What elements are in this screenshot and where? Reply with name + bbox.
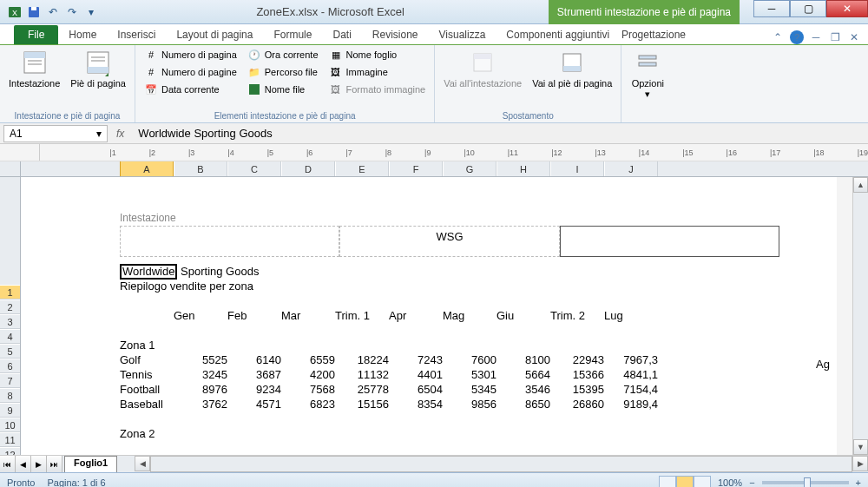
tab-file[interactable]: File xyxy=(14,25,58,44)
format-image-icon: 🖼 xyxy=(329,82,343,96)
scroll-left-button[interactable]: ◀ xyxy=(135,456,150,471)
calendar-icon: 📅 xyxy=(144,82,158,96)
header-right-box[interactable] xyxy=(560,226,779,257)
namebox-dropdown-icon[interactable]: ▾ xyxy=(96,128,102,140)
row-head-8[interactable]: 8 xyxy=(0,388,20,403)
svg-rect-17 xyxy=(639,56,656,59)
horizontal-scrollbar[interactable]: ◀ ▶ xyxy=(135,456,868,472)
col-head-D[interactable]: D xyxy=(281,161,335,176)
goto-footer-button[interactable]: Vai al piè di pagina xyxy=(529,47,615,109)
fx-icon[interactable]: fx xyxy=(108,128,133,140)
row-head-6[interactable]: 6 xyxy=(0,359,20,373)
scroll-down-button[interactable]: ▼ xyxy=(853,439,868,455)
svg-rect-12 xyxy=(249,84,260,95)
close-button[interactable]: ✕ xyxy=(826,0,868,17)
row-head-9[interactable]: 9 xyxy=(0,403,20,418)
name-box[interactable]: A1▾ xyxy=(3,125,108,142)
group-label-elements: Elementi intestazione e piè di pagina xyxy=(141,109,429,122)
page-canvas[interactable]: Intestazione WSG Worldwide Sporting Good… xyxy=(21,177,837,455)
maximize-button[interactable]: ▢ xyxy=(790,0,826,17)
save-icon[interactable] xyxy=(26,4,42,20)
header-center-box[interactable]: WSG xyxy=(339,226,559,257)
workbook-close-icon[interactable]: ✕ xyxy=(847,30,861,44)
pagecount-button[interactable]: #Numero di pagine xyxy=(141,64,240,80)
tab-addins[interactable]: Componenti aggiuntivi xyxy=(496,25,620,44)
tab-view[interactable]: Visualizza xyxy=(429,25,496,44)
header-button[interactable]: Intestazione xyxy=(5,47,63,109)
header-left-box[interactable] xyxy=(120,226,339,257)
zoom-slider[interactable] xyxy=(762,481,849,484)
tab-design[interactable]: Progettazione xyxy=(611,25,696,44)
context-tab-title: Strumenti intestazione e piè di pagina xyxy=(549,0,740,24)
view-buttons xyxy=(659,476,711,488)
workbook-restore-icon[interactable]: ❐ xyxy=(828,30,842,44)
svg-rect-14 xyxy=(474,54,491,59)
curdate-button[interactable]: 📅Data corrente xyxy=(141,82,240,97)
curtime-button[interactable]: 🕐Ora corrente xyxy=(244,47,322,63)
sheetname-button[interactable]: ▦Nome foglio xyxy=(326,47,430,63)
undo-icon[interactable]: ↶ xyxy=(45,4,61,20)
zoom-out-button[interactable]: − xyxy=(749,477,754,488)
view-normal-button[interactable] xyxy=(659,476,676,488)
row-head-4[interactable]: 4 xyxy=(0,329,20,344)
select-all-corner[interactable] xyxy=(0,161,21,176)
qat-dropdown-icon[interactable]: ▾ xyxy=(83,4,99,20)
footer-button[interactable]: Piè di pagina xyxy=(67,47,129,109)
col-head-J[interactable]: J xyxy=(604,161,658,176)
tab-nav-prev[interactable]: ◀ xyxy=(16,456,31,472)
row-head-3[interactable]: 3 xyxy=(0,314,20,329)
col-head-H[interactable]: H xyxy=(496,161,550,176)
redo-icon[interactable]: ↷ xyxy=(64,4,80,20)
tab-data[interactable]: Dati xyxy=(322,25,361,44)
col-head-B[interactable]: B xyxy=(174,161,227,176)
row-head-1[interactable]: 1 xyxy=(0,285,20,299)
col-head-G[interactable]: G xyxy=(443,161,496,176)
row-head-11[interactable]: 11 xyxy=(0,432,20,447)
image-button[interactable]: 🖼Immagine xyxy=(326,64,430,80)
header-icon xyxy=(21,49,49,76)
header-boxes: WSG xyxy=(120,226,779,257)
tab-review[interactable]: Revisione xyxy=(362,25,429,44)
pagenum-button[interactable]: #Numero di pagina xyxy=(141,47,240,63)
filepath-button[interactable]: 📁Percorso file xyxy=(244,64,322,80)
sheet-icon: ▦ xyxy=(329,48,343,62)
formula-input[interactable]: Worldwide Sporting Goods xyxy=(133,125,868,141)
sheet-tab-active[interactable]: Foglio1 xyxy=(64,456,117,472)
col-head-I[interactable]: I xyxy=(550,161,604,176)
ribbon-group-elements: #Numero di pagina #Numero di pagine 📅Dat… xyxy=(135,45,435,122)
tab-nav-first[interactable]: ⏮ xyxy=(0,456,16,472)
row-head-10[interactable]: 10 xyxy=(0,418,20,432)
tab-formulas[interactable]: Formule xyxy=(263,25,322,44)
options-button[interactable]: Opzioni▾ xyxy=(627,47,668,109)
workbook-minimize-icon[interactable]: ─ xyxy=(809,30,823,44)
ribbon-minimize-icon[interactable]: ⌃ xyxy=(771,30,785,44)
col-head-F[interactable]: F xyxy=(389,161,443,176)
cell-grid[interactable]: Worldwide Sporting GoodsRiepilogo vendit… xyxy=(120,264,779,441)
col-head-A[interactable]: A xyxy=(120,161,174,176)
scroll-up-button[interactable]: ▲ xyxy=(853,177,868,193)
status-bar: Pronto Pagina: 1 di 6 100% − + xyxy=(0,472,868,487)
row-head-12[interactable]: 12 xyxy=(0,447,20,455)
tab-nav-next[interactable]: ▶ xyxy=(31,456,47,472)
view-pagelayout-button[interactable] xyxy=(676,476,694,488)
tab-home[interactable]: Home xyxy=(58,25,107,44)
row-head-7[interactable]: 7 xyxy=(0,373,20,388)
tab-layout[interactable]: Layout di pagina xyxy=(166,25,263,44)
group-label-navigation: Spostamento xyxy=(440,109,615,122)
row-head-2[interactable]: 2 xyxy=(0,299,20,314)
col-head-E[interactable]: E xyxy=(335,161,389,176)
tab-nav-last[interactable]: ⏭ xyxy=(47,456,62,472)
vertical-scrollbar[interactable]: ▲ ▼ xyxy=(852,177,868,455)
excel-icon[interactable]: X xyxy=(7,4,23,20)
help-icon[interactable]: ? xyxy=(790,30,804,44)
footer-icon xyxy=(84,49,112,76)
tab-insert[interactable]: Inserisci xyxy=(107,25,166,44)
zoom-in-button[interactable]: + xyxy=(856,477,861,488)
minimize-button[interactable]: ─ xyxy=(753,0,790,17)
row-head-5[interactable]: 5 xyxy=(0,344,20,359)
filename-button[interactable]: Nome file xyxy=(244,82,322,97)
goto-header-icon xyxy=(469,49,496,76)
scroll-right-button[interactable]: ▶ xyxy=(852,456,868,471)
view-pagebreak-button[interactable] xyxy=(694,476,711,488)
col-head-C[interactable]: C xyxy=(227,161,281,176)
